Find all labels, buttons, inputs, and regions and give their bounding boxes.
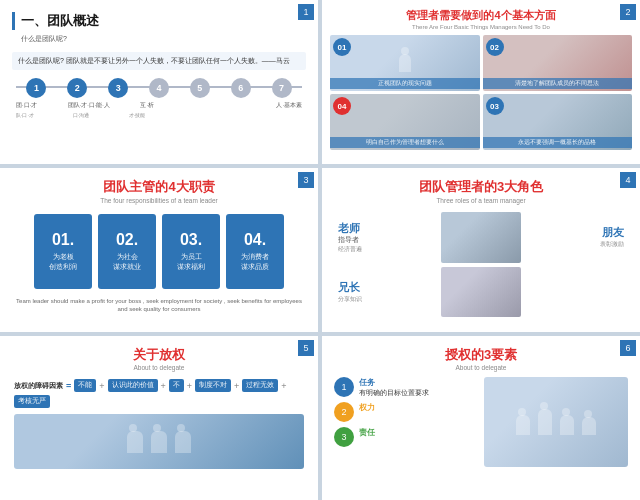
slide-1-quote: 什么是团队呢? 团队就是不要让另外一个人失败，不要让团队任何一个人失败。——马云 — [12, 52, 306, 70]
slide-3-title-num: 4 — [168, 179, 175, 194]
slide-5: 5 关于放权 About to delegate 放权的障碍因素 = 不能 + … — [0, 336, 318, 500]
element-3-content: 责任 — [359, 427, 375, 438]
cell-03-num: 03 — [486, 97, 504, 115]
slide-4: 4 团队管理者的3大角色 Three roles of a team manag… — [322, 168, 640, 332]
element-1-title: 任务 — [359, 377, 429, 388]
slide-6-items: 1 任务 有明确的目标位置要求 2 权力 3 责任 — [334, 377, 479, 467]
cell-02-num: 02 — [486, 38, 504, 56]
element-1: 1 任务 有明确的目标位置要求 — [334, 377, 479, 397]
role-friend-name: 朋友 — [602, 225, 624, 240]
step-2: 2 — [57, 78, 98, 98]
slide-6-layout: 1 任务 有明确的目标位置要求 2 权力 3 责任 — [334, 377, 628, 467]
role-teacher-name: 老师 — [338, 221, 360, 236]
slide-2-subtitle: There Are Four Basic Things Managers Nee… — [330, 24, 632, 30]
slide-5-image — [14, 414, 304, 469]
cell-03: 03 永远不要强调一概基长的品格 — [483, 94, 633, 150]
tag-6: 考核无严 — [14, 395, 50, 408]
cell-04-num: 04 — [333, 97, 351, 115]
resp-card-4-text: 为消费者谋求品质 — [241, 252, 269, 270]
slides-grid: 1 一、团队概述 什么是团队呢? 什么是团队呢? 团队就是不要让另外一个人失败，… — [0, 0, 640, 500]
role-img-bottom-bg — [441, 267, 521, 318]
plus-4: + — [234, 381, 239, 391]
slide-5-title: 关于放权 — [14, 346, 304, 364]
slide-6-title-post: 要素 — [491, 347, 517, 362]
slide-3-title-pre: 团队主管的 — [103, 179, 168, 194]
plus-1: + — [99, 381, 104, 391]
step-1-circle: 1 — [26, 78, 46, 98]
plus-2: + — [161, 381, 166, 391]
slide-6-image — [484, 377, 629, 467]
role-teacher-desc: 经济普遍 — [338, 245, 362, 254]
step-4: 4 — [139, 78, 180, 98]
slide-1-title: 一、团队概述 — [12, 12, 306, 30]
element-1-content: 任务 有明确的目标位置要求 — [359, 377, 429, 397]
resp-card-1-num: 01. — [52, 232, 74, 248]
role-img-top-bg — [441, 212, 521, 263]
plus-5: + — [281, 381, 286, 391]
slide-1-num: 1 — [298, 4, 314, 20]
step-3-circle: 3 — [108, 78, 128, 98]
slide-2: 2 管理者需要做到的4个基本方面 There Are Four Basic Th… — [322, 0, 640, 164]
cell-01: 01 正视团队的现实问题 — [330, 35, 480, 91]
role-friend-desc: 表彰激励 — [529, 240, 624, 249]
element-2: 2 权力 — [334, 402, 479, 422]
slide-5-title-post: 权 — [172, 347, 185, 362]
step-4-circle: 4 — [149, 78, 169, 98]
role-friend: 朋友 表彰激励 — [525, 212, 628, 263]
role-img-top — [441, 212, 521, 263]
resp-card-3: 03. 为员工谋求福利 — [162, 214, 220, 289]
tag-5: 过程无效 — [242, 379, 278, 392]
slide-1: 1 一、团队概述 什么是团队呢? 什么是团队呢? 团队就是不要让另外一个人失败，… — [0, 0, 318, 164]
slide-5-subtitle: About to delegate — [14, 364, 304, 371]
slide-5-num: 5 — [298, 340, 314, 356]
slide-5-title-mid: 放 — [159, 347, 172, 362]
slide-3-subtitle: The four responsibilities of a team lead… — [14, 197, 304, 204]
role-brother: 兄长 分享知识 — [334, 267, 437, 318]
step-5-circle: 5 — [190, 78, 210, 98]
role-brother-desc: 分享知识 — [338, 295, 362, 304]
element-2-title: 权力 — [359, 402, 375, 413]
resp-card-2-text: 为社会谋求就业 — [113, 252, 141, 270]
cell-02-text: 清楚地了解团队成员的不同思法 — [483, 78, 633, 89]
element-3-num: 3 — [334, 427, 354, 447]
slide-2-title-pre: 管理者需要做到的 — [406, 9, 494, 21]
step-3: 3 — [98, 78, 139, 98]
cell-04-text: 明白自己作为管理者想要什么 — [330, 137, 480, 148]
slide-4-title-pre: 团队管理者的 — [419, 179, 497, 194]
tag-1: 不能 — [74, 379, 96, 392]
slide-6-title-pre: 授权的 — [445, 347, 484, 362]
slide-3-cards: 01. 为老板创造利润 02. 为社会谋求就业 03. 为员工谋求福利 04. … — [14, 214, 304, 289]
slide-3: 3 团队主管的4大职责 The four responsibilities of… — [0, 168, 318, 332]
slide-6-num: 6 — [620, 340, 636, 356]
resp-card-2-num: 02. — [116, 232, 138, 248]
slide-3-num: 3 — [298, 172, 314, 188]
resp-card-1-text: 为老板创造利润 — [49, 252, 77, 270]
slide-4-layout: 老师 指导者 经济普遍 朋友 表彰激励 兄长 分享知识 — [334, 212, 628, 317]
step-5: 5 — [179, 78, 220, 98]
step-2-circle: 2 — [67, 78, 87, 98]
formula-eq: = — [66, 381, 71, 391]
element-1-num: 1 — [334, 377, 354, 397]
element-1-desc: 有明确的目标位置要求 — [359, 388, 429, 397]
resp-card-3-text: 为员工谋求福利 — [177, 252, 205, 270]
resp-card-2: 02. 为社会谋求就业 — [98, 214, 156, 289]
element-3: 3 责任 — [334, 427, 479, 447]
resp-card-4-num: 04. — [244, 232, 266, 248]
slide-4-num: 4 — [620, 172, 636, 188]
tag-2: 认识此的价值 — [108, 379, 158, 392]
slide-1-subtitle: 什么是团队呢? — [12, 34, 306, 44]
role-teacher: 老师 指导者 经济普遍 — [334, 212, 437, 263]
slide-3-footer: Team leader should make a profit for you… — [14, 297, 304, 314]
cell-01-num: 01 — [333, 38, 351, 56]
slide-3-title-post: 大职责 — [176, 179, 215, 194]
slide-5-title-pre: 关于 — [133, 347, 159, 362]
cell-03-text: 永远不要强调一概基长的品格 — [483, 137, 633, 148]
slide-6: 6 授权的3要素 About to delegate 1 任务 有明确的目标位置… — [322, 336, 640, 500]
plus-3: + — [187, 381, 192, 391]
cell-01-text: 正视团队的现实问题 — [330, 78, 480, 89]
resp-card-1: 01. 为老板创造利润 — [34, 214, 92, 289]
slide-2-num: 2 — [620, 4, 636, 20]
step-6-circle: 6 — [231, 78, 251, 98]
slide-5-formula: 放权的障碍因素 = 不能 + 认识此的价值 + 不 + 制度不对 + 过程无效 … — [14, 379, 304, 408]
step-1: 1 — [16, 78, 57, 98]
